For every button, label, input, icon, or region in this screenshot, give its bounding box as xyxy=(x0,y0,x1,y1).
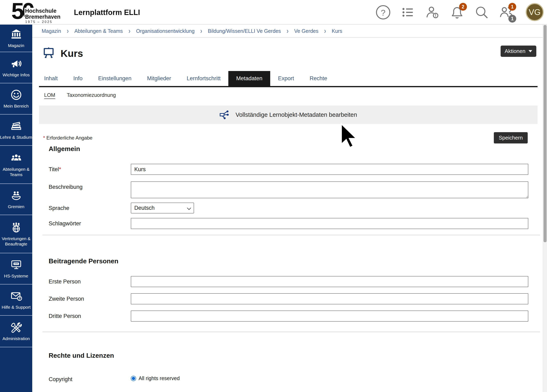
sidebar-item-hilfe-support[interactable]: ? Hilfe & Support xyxy=(0,284,32,316)
brand-logo[interactable]: 50 HochschuleBremerhaven 1975 – 2025 xyxy=(11,1,69,24)
sidebar-item-magazin[interactable]: Magazin xyxy=(0,25,32,52)
schlagwoerter-input[interactable] xyxy=(131,218,528,229)
dritte-person-label: Dritte Person xyxy=(49,311,131,322)
sidebar-item-gremien[interactable]: Gremien xyxy=(0,184,32,215)
titel-label: Titel* xyxy=(49,164,131,175)
aktionen-button[interactable]: Aktionen xyxy=(501,46,536,57)
list-icon xyxy=(400,4,416,20)
monitor-icon xyxy=(10,259,22,271)
breadcrumb-item[interactable]: Bildung/Wissen/ELLI Ve Gerdes xyxy=(208,28,281,34)
smiley-icon xyxy=(10,89,22,101)
bank-icon xyxy=(10,28,22,40)
sidebar-item-lehre-studium[interactable]: Lehre & Studium xyxy=(0,115,32,146)
erste-person-input[interactable] xyxy=(131,276,528,287)
scrollbar xyxy=(543,25,547,392)
course-icon xyxy=(42,46,55,60)
chevron-right-icon: › xyxy=(129,27,130,35)
sprache-select[interactable]: Deutsch xyxy=(131,203,194,213)
sidebar-item-vertretungen[interactable]: Vertretungen & Beauftragte xyxy=(0,215,32,253)
speichern-button[interactable]: Speichern xyxy=(494,132,528,143)
committee-icon xyxy=(10,189,22,201)
section-beitragende: Beitragende Personen xyxy=(49,257,535,265)
copyright-radio[interactable] xyxy=(131,376,136,381)
contacts-badge-bottom: 1 xyxy=(508,15,516,23)
zweite-person-input[interactable] xyxy=(131,293,528,304)
caret-down-icon xyxy=(528,50,532,52)
books-icon xyxy=(10,120,22,132)
breadcrumb-item[interactable]: Ve Gerdes xyxy=(294,28,318,34)
tab-inhalt[interactable]: Inhalt xyxy=(39,71,66,86)
breadcrumb-item[interactable]: Organisationsentwicklung xyxy=(136,28,195,34)
help-icon: ? xyxy=(375,4,391,20)
section-rechte: Rechte und Lizenzen xyxy=(49,352,535,359)
mouse-cursor xyxy=(339,122,358,150)
search-button[interactable] xyxy=(473,4,490,20)
search-icon xyxy=(474,4,490,20)
scrollbar-thumb[interactable] xyxy=(544,25,547,242)
sidebar-item-wichtige-infos[interactable]: Wichtige Infos xyxy=(0,52,32,83)
tab-metadaten[interactable]: Metadaten xyxy=(228,71,270,86)
copyright-radio-label: All rights reserved xyxy=(139,375,180,381)
header: 50 HochschuleBremerhaven 1975 – 2025 Ler… xyxy=(0,0,547,25)
chevron-right-icon: › xyxy=(324,27,326,35)
breadcrumb-item[interactable]: Abteilungen & Teams xyxy=(74,28,123,34)
svg-text:!: ! xyxy=(435,13,437,18)
svg-text:?: ? xyxy=(381,8,386,17)
tools-icon xyxy=(10,321,22,333)
subtab-taxonomiezuordnung[interactable]: Taxonomiezuordnung xyxy=(67,92,116,98)
copyright-label: Copyright xyxy=(49,374,131,383)
tab-lernfortschritt[interactable]: Lernfortschritt xyxy=(179,71,228,86)
who-is-online-button[interactable]: ! xyxy=(424,4,441,20)
sidebar-item-abteilungen-teams[interactable]: Abteilungen & Teams xyxy=(0,146,32,184)
avatar[interactable]: VG xyxy=(526,3,544,21)
notifications-button[interactable]: 2 xyxy=(449,4,465,20)
notification-badge: 2 xyxy=(459,3,467,11)
tab-export[interactable]: Export xyxy=(270,71,302,86)
megaphone-icon xyxy=(10,58,22,70)
tab-underline xyxy=(39,86,538,87)
breadcrumb: Magazin› Abteilungen & Teams› Organisati… xyxy=(32,25,547,38)
beschreibung-textarea[interactable] xyxy=(131,182,528,198)
page-title: Kurs xyxy=(61,48,83,59)
sidebar-item-administration[interactable]: Administration xyxy=(0,316,32,347)
section-allgemein: Allgemein xyxy=(49,145,535,153)
mail-question-icon: ? xyxy=(10,290,22,302)
todo-list-button[interactable] xyxy=(400,4,416,20)
sidebar-item-hs-systeme[interactable]: HS-Systeme xyxy=(0,253,32,284)
tab-rechte[interactable]: Rechte xyxy=(302,71,335,86)
zweite-person-label: Zweite Person xyxy=(49,293,131,304)
svg-text:?: ? xyxy=(18,296,21,300)
section-divider xyxy=(42,235,540,235)
section-divider xyxy=(42,332,540,332)
share-nodes-icon xyxy=(219,110,230,120)
tab-mitglieder[interactable]: Mitglieder xyxy=(139,71,179,86)
metadata-banner[interactable]: Vollständige Lernobjekt-Metadaten bearbe… xyxy=(39,106,538,124)
subtab-lom[interactable]: LOM xyxy=(44,92,55,98)
chevron-down-icon xyxy=(187,206,191,210)
dritte-person-input[interactable] xyxy=(131,311,528,322)
help-button[interactable]: ? xyxy=(375,4,391,20)
contacts-button[interactable]: 1 1 xyxy=(498,4,514,20)
titel-input[interactable] xyxy=(131,164,528,175)
erste-person-label: Erste Person xyxy=(49,276,131,287)
tab-bar: Inhalt Info Einstellungen Mitglieder Ler… xyxy=(39,71,538,86)
metadata-banner-label: Vollständige Lernobjekt-Metadaten bearbe… xyxy=(235,111,357,118)
breadcrumb-item[interactable]: Kurs xyxy=(332,28,342,34)
chevron-right-icon: › xyxy=(200,27,202,35)
tab-info[interactable]: Info xyxy=(66,71,90,86)
subtab-bar: LOM Taxonomiezuordnung xyxy=(39,92,538,98)
tab-einstellungen[interactable]: Einstellungen xyxy=(90,71,139,86)
globe-people-icon xyxy=(10,222,22,233)
person-alert-icon: ! xyxy=(424,4,440,20)
schlagwoerter-label: Schlagwörter xyxy=(49,218,131,229)
group-icon xyxy=(10,152,22,164)
breadcrumb-item[interactable]: Magazin xyxy=(42,28,61,34)
sidebar-item-mein-bereich[interactable]: Mein Bereich xyxy=(0,83,32,115)
sprache-label: Sprache xyxy=(49,203,131,213)
required-hint: * Erforderliche Angabe xyxy=(43,135,92,141)
chevron-right-icon: › xyxy=(287,27,288,35)
beschreibung-label: Beschreibung xyxy=(49,182,131,199)
logo-text: HochschuleBremerhaven xyxy=(24,8,61,20)
app-title: Lernplattform ELLI xyxy=(74,8,140,17)
logo-years: 1975 – 2025 xyxy=(25,20,53,24)
